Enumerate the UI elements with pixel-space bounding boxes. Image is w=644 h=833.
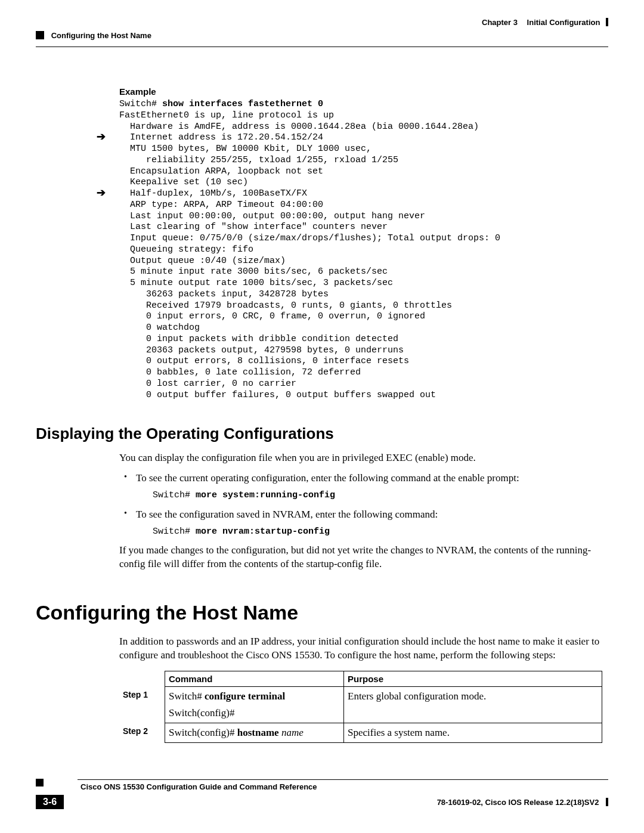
bullet-item: To see the configuration saved in NVRAM,… [119,507,602,538]
doc-id: 78-16019-02, Cisco IOS Release 12.2(18)S… [437,798,608,807]
arrow-icon: ➔ [97,187,106,198]
document-page: Chapter 3 Initial Configuration Configur… [0,0,644,833]
chapter-label: Chapter 3 [482,18,518,27]
display-bullet-list: To see the current operating configurati… [119,471,602,538]
table-row: Step 1Switch# configure terminalSwitch(c… [119,686,602,723]
example-label: Example [119,86,602,97]
bullet-command: Switch# more nvram:startup-config [153,525,602,538]
footer-guide-title: Cisco ONS 15530 Configuration Guide and … [80,782,608,791]
display-closing: If you made changes to the configuration… [119,544,602,571]
footer-rule [78,779,608,780]
section-title: Configuring the Host Name [51,31,151,40]
hostname-steps-table: Command Purpose Step 1Switch# configure … [119,671,602,743]
footer-bar-icon [606,798,608,806]
bullet-item: To see the current operating configurati… [119,471,602,501]
step-purpose: Enters global configuration mode. [344,686,602,723]
step-command: Switch(config)# hostname name [165,723,344,742]
chapter-title: Initial Configuration [527,18,600,27]
page-header: Chapter 3 Initial Configuration Configur… [36,18,608,54]
bullet-command: Switch# more system:running-config [153,489,602,501]
example-code-block: Switch# show interfaces fastethernet 0 F… [119,99,602,401]
step-purpose: Specifies a system name. [344,723,602,742]
header-bar-icon [606,18,608,26]
heading-configuring-hostname: Configuring the Host Name [36,601,602,624]
bullet-text: To see the current operating configurati… [136,471,602,485]
header-chapter: Chapter 3 Initial Configuration [482,18,608,27]
bullet-text: To see the configuration saved in NVRAM,… [136,507,602,522]
header-section: Configuring the Host Name [36,31,151,40]
col-command: Command [165,671,344,686]
col-purpose: Purpose [344,671,602,686]
display-intro: You can display the configuration file w… [119,451,602,465]
content-area: Example Switch# show interfaces fastethe… [119,86,602,743]
step-command: Switch# configure terminalSwitch(config)… [165,686,344,723]
page-footer: Cisco ONS 15530 Configuration Guide and … [36,779,608,809]
table-row: Step 2Switch(config)# hostname nameSpeci… [119,723,602,742]
step-label: Step 2 [119,723,165,742]
step-label: Step 1 [119,686,165,723]
example-output: Switch# show interfaces fastethernet 0 F… [119,99,602,401]
heading-displaying-configs: Displaying the Operating Configurations [36,425,602,443]
hostname-intro: In addition to passwords and an IP addre… [119,635,602,662]
page-number: 3-6 [36,795,64,809]
header-rule [36,47,608,47]
header-square-icon [36,31,44,39]
arrow-icon: ➔ [97,131,106,142]
